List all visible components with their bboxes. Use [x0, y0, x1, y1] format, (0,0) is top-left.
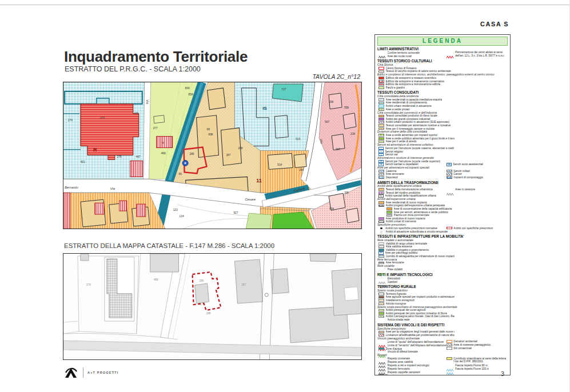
map-label: 514 — [277, 163, 282, 166]
legend-swatch — [447, 347, 452, 350]
legend-swatch — [378, 67, 384, 70]
legend-swatch — [380, 227, 382, 230]
legend-swatch — [378, 296, 384, 299]
legend-item-label: Rispetto cimiteriale — [388, 357, 410, 360]
legend-swatch — [378, 54, 386, 58]
legend-item: Aree a verde privato — [377, 107, 508, 111]
legend-swatch: SA — [447, 163, 452, 166]
legend-item-label: Carceri — [453, 173, 462, 175]
legend-swatch — [378, 86, 384, 89]
legend-swatch — [378, 201, 384, 204]
legend-section-heading: TESSUTI CONSOLIDATI — [377, 90, 508, 94]
legend-swatch — [378, 124, 384, 127]
map-label: 294 — [299, 169, 304, 171]
legend-swatch — [378, 318, 386, 322]
legend-section-heading: TERRITORIO RURALE — [377, 285, 508, 289]
legend-item-label: Rispetto ferroviario — [388, 367, 410, 370]
legend-item-label: Aree dei nuclei rurali — [388, 55, 412, 58]
legend-section-heading: TESSUTI STORICO CULTURALI — [377, 59, 508, 63]
legend-panel: LEGENDA LIMITI AMMINISTRATIVIConfine ter… — [374, 34, 511, 375]
map-label: 287 — [226, 154, 230, 157]
legend-swatch — [378, 280, 386, 283]
legend-item: Antica strada reale — [377, 318, 508, 322]
legend-swatch — [378, 249, 384, 251]
map-label: 727 — [281, 88, 286, 91]
legend-item-right: Impianti di compostaggio — [447, 176, 507, 179]
legend-item: Limitazioni all'edificabilità per proble… — [377, 334, 508, 337]
legend-swatch — [378, 170, 384, 173]
map-label: 567 — [325, 121, 329, 123]
prgc-map-canvas: 274273271R601276467Via869858277468✳68898… — [63, 82, 361, 229]
legend-item-label: Rispetto aree viabilità — [388, 361, 413, 363]
map-label: 66 — [179, 173, 182, 175]
legend-swatch — [378, 331, 384, 334]
legend-swatch — [386, 211, 392, 214]
map-label: Via — [110, 187, 115, 190]
legend-item-label: Detrattori ambientali — [453, 340, 477, 343]
map-label: 288 — [206, 312, 211, 315]
legend-item-label: Antica strada reale — [388, 318, 410, 321]
legend-item-right: Siti contaminati — [447, 347, 507, 350]
legend-swatch — [378, 242, 384, 245]
legend-swatch — [447, 173, 452, 175]
header-project-name: CASA S — [480, 21, 509, 27]
page-title: Inquadramento Territoriale — [64, 48, 248, 66]
legend-swatch — [378, 127, 384, 130]
tavola-reference: TAVOLA 2C_n°12 — [247, 73, 360, 80]
legend-item-label: Limitazioni all'edificabilità per proble… — [386, 334, 455, 337]
legend-swatch — [378, 268, 386, 271]
legend-item: Ambiti unitari di intervento — [377, 220, 508, 223]
map-label: 869 — [185, 87, 190, 90]
map-label: 276 — [117, 155, 122, 158]
legend-swatch: ru — [378, 194, 384, 197]
legend-swatch — [378, 121, 384, 124]
map-label: Via — [146, 99, 149, 105]
map-label: 858 — [189, 93, 193, 96]
legend-item-label: Confine territorio comunale — [388, 51, 420, 54]
legend-swatch — [378, 115, 384, 118]
legend-swatch — [378, 80, 384, 83]
legend-swatch — [378, 347, 384, 350]
map-label: 208 — [238, 147, 242, 150]
legend-item-right: Carceri — [447, 173, 507, 175]
legend-item: ruAmbiti speciali della riqualificazione… — [377, 194, 508, 198]
legend-item: Corridoi di salvaguardia per infrastrutt… — [377, 255, 508, 258]
legend-swatch — [378, 221, 384, 223]
map-label: 239 — [350, 133, 355, 135]
legend-item: Gasdotti — [377, 280, 508, 283]
map-label: 287 — [241, 283, 246, 286]
legend-swatch — [378, 262, 384, 265]
legend-item: HServizi sanitari e ospedalieriSAServizi… — [377, 163, 508, 166]
legend-swatch — [378, 255, 384, 258]
legend-swatch — [447, 340, 452, 343]
legend-item-label: Limite di "quota" dell'altopiano dell'es… — [388, 341, 444, 343]
map-label: 286 — [190, 153, 194, 156]
map-label: 467 — [136, 155, 141, 158]
legend-swatch — [378, 83, 384, 86]
studio-logo-icon — [64, 366, 79, 379]
legend-title: LEGENDA — [377, 37, 508, 46]
map-label: 395 — [344, 191, 349, 194]
legend-item: Aree per il rimessaggio camper e roulott… — [377, 127, 508, 130]
legend-item: Aree ferroviarie — [377, 261, 508, 265]
legend-item-label: Servizi vari — [385, 153, 398, 156]
legend-swatch — [386, 207, 392, 210]
legend-item-right: Servizi militari — [447, 170, 507, 173]
legend-swatch — [378, 299, 384, 302]
map-label: R — [93, 147, 97, 153]
legend-item: Vincolo di difesa forestale — [377, 350, 508, 354]
legend-item-label: Aree a verde privato — [386, 108, 410, 111]
catastale-heading: ESTRATTO DELLA MAPPA CATASTALE - F.147 M… — [64, 242, 274, 249]
legend-item-label: Piste ciclabili — [388, 268, 403, 271]
legend-section-heading: RETI E IMPIANTI TECNOLOGICI — [377, 273, 508, 277]
footer-logo: A+T PROGETTI — [64, 366, 119, 379]
legend-swatch: s — [378, 153, 384, 156]
logo-divider — [83, 367, 83, 378]
legend-body: LIMITI AMMINISTRATIVIConfine territorio … — [377, 47, 508, 375]
legend-swatch — [378, 302, 384, 305]
legend-item-label: Aree per il verde di arredo — [386, 140, 417, 143]
legend-item-right: Detrattori ambientali — [447, 340, 507, 343]
legend-item-label: Servizi sanitari e ospedalieri — [385, 163, 418, 166]
page-subtitle: ESTRATTO DEL P.R.G.C. - SCALA 1:2000 — [65, 65, 201, 73]
map-label: 601 — [81, 161, 85, 163]
